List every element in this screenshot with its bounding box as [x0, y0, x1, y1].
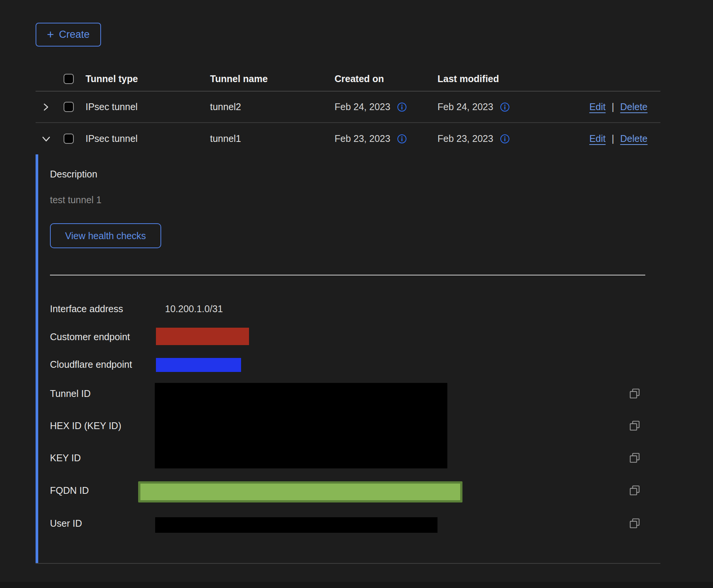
header-tunnel-type: Tunnel type	[86, 73, 210, 84]
fqdn-id-label: FQDN ID	[50, 484, 89, 496]
tunnels-page: + Create Tunnel type Tunnel name Created…	[0, 0, 713, 588]
tunnel-type-cell: IPsec tunnel	[86, 101, 210, 112]
page-bottom-edge	[0, 582, 713, 588]
fqdn-id-redacted-value	[138, 481, 462, 502]
created-on-cell: Feb 23, 2023	[335, 133, 390, 144]
chevron-right-icon	[41, 102, 51, 112]
tunnels-table: Tunnel type Tunnel name Created on Last …	[36, 67, 660, 564]
table-row: IPsec tunnel tunnel1 Feb 23, 2023 Feb 23…	[36, 123, 660, 154]
tunnel-name-cell: tunnel2	[210, 101, 335, 112]
last-modified-cell: Feb 24, 2023	[437, 101, 493, 112]
panel-divider	[50, 275, 645, 275]
info-icon	[500, 102, 510, 112]
expanded-row-accent-bar	[36, 154, 38, 563]
edit-link[interactable]: Edit	[589, 101, 606, 112]
last-modified-info-button[interactable]	[500, 102, 510, 112]
created-on-info-button[interactable]	[397, 134, 407, 144]
collapse-row-button[interactable]	[36, 134, 61, 144]
interface-address-value: 10.200.1.0/31	[165, 303, 223, 315]
description-value: test tunnel 1	[50, 194, 101, 206]
hex-id-label: HEX ID (KEY ID)	[50, 420, 121, 432]
key-id-label: KEY ID	[50, 452, 81, 464]
interface-address-label: Interface address	[50, 303, 123, 315]
table-row: IPsec tunnel tunnel2 Feb 24, 2023 Feb 24…	[36, 92, 660, 123]
user-id-redacted-value	[155, 517, 437, 533]
cloudflare-endpoint-label: Cloudflare endpoint	[50, 358, 132, 370]
copy-icon	[629, 517, 641, 529]
description-label: Description	[50, 168, 97, 180]
copy-icon	[629, 484, 641, 496]
created-on-cell: Feb 24, 2023	[335, 101, 390, 112]
edit-link[interactable]: Edit	[589, 133, 606, 144]
header-last-modified: Last modified	[437, 73, 545, 84]
info-icon	[500, 134, 510, 144]
user-id-label: User ID	[50, 517, 82, 529]
copy-user-id-button[interactable]	[628, 517, 641, 530]
expanded-row-panel: Description test tunnel 1 View health ch…	[36, 154, 660, 564]
last-modified-cell: Feb 23, 2023	[437, 133, 493, 144]
copy-icon	[629, 387, 641, 400]
table-header-row: Tunnel type Tunnel name Created on Last …	[36, 67, 660, 92]
view-health-checks-label: View health checks	[65, 230, 146, 241]
select-all-checkbox[interactable]	[64, 74, 74, 84]
copy-icon	[629, 452, 641, 464]
cloudflare-endpoint-redacted-value	[156, 358, 241, 372]
copy-icon	[629, 420, 641, 432]
copy-fqdn-id-button[interactable]	[628, 484, 641, 497]
view-health-checks-button[interactable]: View health checks	[50, 223, 161, 248]
customer-endpoint-redacted-value	[156, 328, 249, 345]
create-button[interactable]: + Create	[36, 23, 101, 47]
expand-row-button[interactable]	[36, 102, 61, 112]
tunnel-id-label: Tunnel ID	[50, 387, 90, 400]
info-icon	[397, 102, 407, 112]
row-checkbox[interactable]	[64, 134, 74, 144]
header-created-on: Created on	[335, 73, 437, 84]
delete-link[interactable]: Delete	[620, 101, 648, 112]
action-separator: |	[612, 101, 614, 112]
chevron-down-icon	[41, 134, 51, 144]
created-on-info-button[interactable]	[397, 102, 407, 112]
customer-endpoint-label: Customer endpoint	[50, 331, 130, 343]
copy-key-id-button[interactable]	[628, 451, 641, 464]
tunnel-name-cell: tunnel1	[210, 133, 335, 144]
ids-redacted-value-block	[155, 383, 447, 468]
info-icon	[397, 134, 407, 144]
create-button-label: Create	[59, 29, 90, 40]
row-checkbox[interactable]	[64, 102, 74, 112]
copy-tunnel-id-button[interactable]	[628, 387, 641, 400]
delete-link[interactable]: Delete	[620, 133, 648, 144]
plus-icon: +	[47, 28, 54, 40]
header-tunnel-name: Tunnel name	[210, 73, 335, 84]
action-separator: |	[612, 133, 614, 144]
copy-hex-id-button[interactable]	[628, 419, 641, 432]
last-modified-info-button[interactable]	[500, 134, 510, 144]
tunnel-type-cell: IPsec tunnel	[86, 133, 210, 144]
